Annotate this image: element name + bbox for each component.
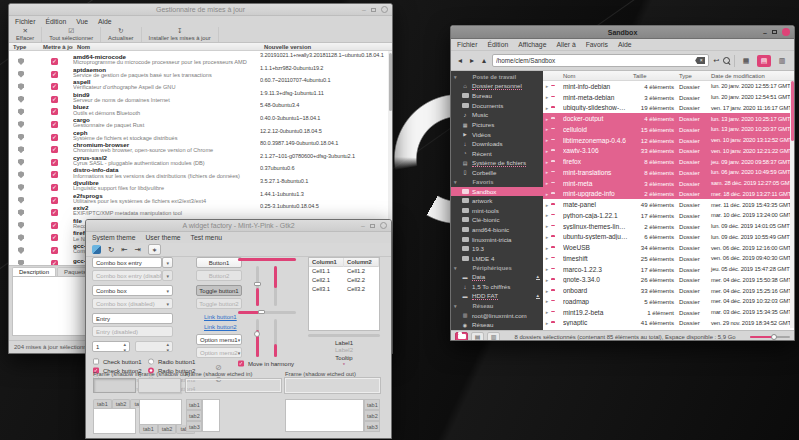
sidebar-item[interactable]: Corbeille ▲	[451, 167, 543, 177]
sidebar-item[interactable]: Récent ▲	[451, 148, 543, 158]
seek-forward-icon[interactable]: ⇥	[135, 246, 141, 254]
notebook-tab[interactable]: tab3	[186, 421, 202, 432]
file-row[interactable]: ▸ onboard 33 éléments Dossier mer. 04 dé…	[543, 285, 794, 296]
expander-icon[interactable]: ▸	[543, 126, 551, 132]
update-checkbox[interactable]	[51, 146, 58, 153]
col-taille[interactable]: Taille	[631, 73, 679, 79]
scale-horizontal[interactable]	[238, 311, 296, 314]
minimize-icon[interactable]: –	[362, 6, 366, 13]
file-row[interactable]: ▸ docker-output 4 éléments Dossier lun. …	[543, 113, 794, 124]
update-checkbox[interactable]	[51, 83, 58, 90]
expander-icon[interactable]: ▸	[543, 169, 551, 175]
sidebar-item[interactable]: HDD FAT ▲	[451, 292, 543, 302]
menu-affichage[interactable]: Affichage	[518, 41, 546, 48]
expander-icon[interactable]: ▸	[543, 212, 551, 218]
spin-button[interactable]: 1▴▾	[92, 341, 130, 352]
expander-icon[interactable]: ▸	[543, 202, 551, 208]
notebook-tabs-bottom[interactable]: tab1tab2tab3	[139, 399, 182, 435]
close-icon[interactable]	[380, 222, 387, 229]
notebook-tab[interactable]: tab1	[139, 425, 158, 434]
update-manager-titlebar[interactable]: Gestionnaire de mises à jour –	[9, 4, 392, 16]
button-1[interactable]: Button1	[196, 257, 242, 268]
file-row[interactable]: ▸ syslinux-themes-linuxmi... 2 éléments …	[543, 221, 794, 232]
update-checkbox[interactable]	[51, 159, 58, 166]
update-row[interactable]: amd64-microcode Microprogramme du microc…	[9, 51, 392, 64]
tree-row[interactable]: Cell3.1 Cell3.2	[309, 285, 379, 294]
update-checkbox[interactable]	[51, 171, 58, 178]
file-row[interactable]: ▸ gnote-3.34.0 26 éléments Dossier mer. …	[543, 275, 794, 286]
combo-box-entry[interactable]: Combo box entry	[92, 257, 162, 268]
sidebar-item[interactable]: Vidéos ▲	[451, 129, 543, 139]
update-checkbox[interactable]	[51, 134, 58, 141]
close-icon[interactable]	[782, 28, 790, 36]
maximize-icon[interactable]	[370, 224, 375, 228]
menu-aide[interactable]: Aide	[98, 18, 112, 25]
update-checkbox[interactable]	[51, 209, 58, 216]
update-checkbox[interactable]	[51, 184, 58, 191]
expander-icon[interactable]: ▸	[543, 320, 551, 326]
col-type[interactable]: Type	[9, 44, 39, 50]
link-button-2[interactable]: Link button2	[204, 324, 237, 330]
option-menu-1[interactable]: Option menu1▾	[196, 334, 242, 345]
search-icon[interactable]	[723, 57, 730, 64]
tab-description[interactable]: Description	[12, 267, 56, 276]
expander-icon[interactable]: ▸	[543, 309, 551, 315]
path-text[interactable]: /home/clem/Sandbox	[496, 57, 695, 64]
col-type[interactable]: Type	[679, 73, 707, 79]
toggle-button-1[interactable]: Toggle button1	[196, 285, 242, 296]
toolbar-button[interactable]: ↻ Actualiser	[101, 27, 141, 42]
menu-aller-a[interactable]: Aller à	[556, 41, 575, 48]
sidebar-item[interactable]: Bureau ▲	[451, 91, 543, 101]
expander-icon[interactable]: ▸	[543, 116, 551, 122]
sidebar-item[interactable]: Réseau ▲	[451, 301, 543, 311]
tree-row[interactable]: Cell1.1 Cell1.2	[309, 267, 379, 276]
update-checkbox[interactable]	[51, 247, 58, 254]
menu-edition[interactable]: Édition	[45, 18, 66, 25]
expander-icon[interactable]: ▸	[543, 234, 551, 240]
file-row[interactable]: ▸ python-caja-1.22.1 17 éléments Dossier…	[543, 210, 794, 221]
col-nom[interactable]: Nom	[563, 73, 631, 79]
sidebar-item[interactable]: linuxmint-tricia ▲	[451, 234, 543, 244]
file-row[interactable]: ▸ libtimezonemap-0.4.6 12 éléments Dossi…	[543, 135, 794, 146]
toolbar-button[interactable]: ✕ Effacer	[9, 27, 42, 42]
update-checkbox[interactable]	[51, 108, 58, 115]
update-checkbox[interactable]	[51, 58, 58, 65]
minimize-icon[interactable]: –	[763, 29, 767, 36]
toggle-location-entry-icon[interactable]: ↩	[713, 57, 719, 65]
menu-aide[interactable]: Aide	[618, 41, 632, 48]
radio-button-1[interactable]	[148, 358, 154, 364]
sidebar-item[interactable]: 1,5 To chiffrés ▲	[451, 282, 543, 292]
notebook-tab[interactable]: tab1	[364, 399, 380, 410]
file-row[interactable]: ▸ marco-1.22.3 17 éléments Dossier jeu. …	[543, 264, 794, 275]
file-row[interactable]: ▸ mint19.2-beta 1 élément Dossier mar. 0…	[543, 307, 794, 318]
notebook-tab[interactable]: tab2	[112, 399, 131, 408]
sidebar-item[interactable]: Système de fichiers ▲	[451, 158, 543, 168]
file-row[interactable]: ▸ mint-meta 3 éléments Dossier sam. 28 d…	[543, 178, 794, 189]
path-field[interactable]: /home/clem/Sandbox ×	[492, 54, 709, 67]
refresh-icon[interactable]: ↻	[108, 246, 114, 254]
update-checkbox[interactable]	[51, 71, 58, 78]
toolbar-menu-button[interactable]: ∗	[148, 244, 161, 255]
toolbar-button[interactable]: ☑ Tout sélectionner	[42, 27, 101, 42]
expander-icon[interactable]: ▸	[543, 298, 551, 304]
file-row[interactable]: ▸ ubuntu-system-adjustme... 6 éléments D…	[543, 232, 794, 243]
sidebar-item[interactable]: Favoris ▲	[451, 177, 543, 187]
notebook-tabs-left[interactable]: tab1tab2tab3	[186, 399, 220, 435]
sidebar-item[interactable]: root@linuxmint.com ▲	[451, 311, 543, 321]
file-row[interactable]: ▸ synaptic 41 éléments Dossier ven. 29 n…	[543, 318, 794, 329]
col-version[interactable]: Nouvelle version	[260, 44, 392, 50]
maximize-icon[interactable]	[772, 30, 777, 34]
seek-back-icon[interactable]: ⇤	[121, 246, 127, 254]
notebook-tab[interactable]: tab1	[93, 399, 112, 408]
tree-column1[interactable]: Column1	[309, 258, 344, 267]
sidebar-item[interactable]: Documents ▲	[451, 101, 543, 111]
file-row[interactable]: ▸ WoeUSB 34 éléments Dossier ven. 06 déc…	[543, 242, 794, 253]
harmony-checkbox[interactable]	[238, 360, 244, 366]
sidebar-item[interactable]: amd64-bionic ▲	[451, 225, 543, 235]
tree-row[interactable]: Cell2.1 Cell2.2	[309, 276, 379, 285]
file-row[interactable]: ▸ mint-upgrade-info 2 éléments Dossier m…	[543, 189, 794, 200]
sidebar-item[interactable]: Clé-bionic ▲	[451, 215, 543, 225]
check-button-1[interactable]	[93, 358, 99, 364]
sidebar-item[interactable]: 19.3 ▲	[451, 244, 543, 254]
file-row[interactable]: ▸ mate-panel 49 éléments Dossier mer. 11…	[543, 199, 794, 210]
